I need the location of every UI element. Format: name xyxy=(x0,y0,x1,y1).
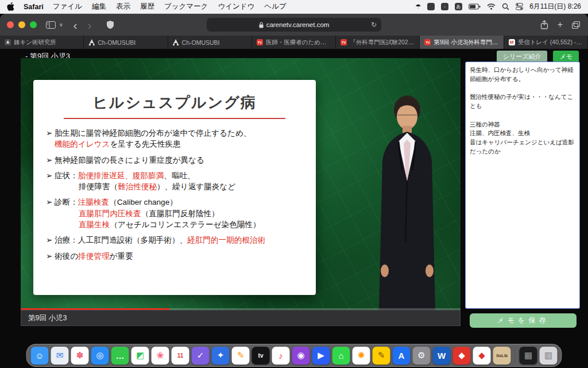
tab-omusubi-1[interactable]: Ch-OMUSUBI xyxy=(84,36,168,49)
dock-maps-icon[interactable]: ◩ xyxy=(131,347,149,365)
tab-overview-icon[interactable] xyxy=(572,21,580,29)
control-center-icon[interactable] xyxy=(516,3,523,10)
dock-tv-plus-icon[interactable]: ▶ xyxy=(312,347,330,365)
safari-toolbar: ∨ ‹ › carenetv.carenet.com ↻ + xyxy=(0,14,588,36)
onigiri-favicon-icon xyxy=(88,39,95,45)
site-a-favicon-icon: A xyxy=(5,39,11,45)
active-app-name[interactable]: Safari xyxy=(24,3,44,11)
back-button[interactable]: ‹ xyxy=(74,19,78,31)
menu-ブックマーク[interactable]: ブックマーク xyxy=(164,2,208,12)
dock-word-icon[interactable]: W xyxy=(433,347,451,365)
dock-music-icon[interactable]: ♪ xyxy=(272,347,290,365)
series-info-button[interactable]: シリーズ紹介 xyxy=(497,51,548,63)
menu-ファイル[interactable]: ファイル xyxy=(53,2,82,12)
menu-履歴[interactable]: 履歴 xyxy=(140,2,154,12)
menu-ウインドウ[interactable]: ウインドウ xyxy=(218,2,254,12)
bullet-severity: ➢無神経節腸管の長さにより重症度が異なる xyxy=(46,155,303,166)
bullet-etiology: ➢胎生期に腸管神経節細胞の分布が途中で停止するため、 機能的イレウスを呈する先天… xyxy=(46,128,303,150)
dock-calendar-icon[interactable]: 11 xyxy=(172,347,189,365)
dock-photos-flower-icon[interactable]: ❀ xyxy=(152,347,169,365)
url-text: carenetv.carenet.com xyxy=(266,21,330,28)
dock-trash-icon[interactable]: ▥ xyxy=(540,347,558,365)
dock-facetime-icon[interactable]: ✦ xyxy=(212,347,230,365)
zoom-button[interactable] xyxy=(30,21,37,28)
dock-separator xyxy=(515,347,516,364)
dock-reminders-icon[interactable]: ✓ xyxy=(192,347,210,365)
slide-title: ヒルシュスプルング病 xyxy=(46,93,303,113)
save-memo-button[interactable]: メモを保存 xyxy=(470,313,577,328)
tab-bar: A 錬キン術研究所 Ch-OMUSUBI Ch-OMUSUBI TV 医師・医療… xyxy=(0,36,588,49)
content-blocker-shield-icon[interactable] xyxy=(107,21,114,29)
gmail-favicon-icon: M xyxy=(509,39,515,45)
dock-mail-icon[interactable]: ✉ xyxy=(51,347,69,365)
tab-carenetv-home[interactable]: TV 医師・医療者のための動画… xyxy=(252,36,336,49)
memo-textarea[interactable]: 発生時、口からおしりへ向かって神経節細胞が分布する。 難治性便秘の子が実は・・・… xyxy=(470,66,577,305)
address-bar[interactable]: carenetv.carenet.com ↻ xyxy=(207,18,381,32)
dock-app-store-icon[interactable]: A xyxy=(393,347,411,365)
menu-表示[interactable]: 表示 xyxy=(116,2,130,12)
presenter-figure xyxy=(364,93,450,310)
new-tab-icon[interactable]: + xyxy=(558,20,563,29)
dock-white-red-app-icon[interactable]: ◆ xyxy=(473,347,491,365)
lock-icon xyxy=(259,22,264,28)
bullet-treatment: ➢治療：人工肛門造設術（多期手術）、経肛門的一期的根治術 xyxy=(46,235,303,246)
menu-extra-icon[interactable] xyxy=(427,3,435,10)
tab-exam-2023[interactable]: TV 『外科専門医試験2023』… xyxy=(336,36,420,49)
menu-extra-icon-2[interactable]: ◦ xyxy=(441,3,448,10)
share-icon[interactable] xyxy=(540,20,548,29)
dock-red-app-icon[interactable]: ◆ xyxy=(453,347,471,365)
apple-menu-icon[interactable] xyxy=(7,2,14,11)
dock-notes-app-icon[interactable]: ✎ xyxy=(232,347,250,365)
bullet-symptoms: ➢症状：胎便排泄遅延、腹部膨満、嘔吐、 排便障害（難治性便秘）、繰り返す腸炎など xyxy=(46,170,303,193)
title-underline xyxy=(64,118,285,119)
menu-ヘルプ[interactable]: ヘルプ xyxy=(264,2,286,12)
lecture-slide: ヒルシュスプルング病 ➢胎生期に腸管神経節細胞の分布が途中で停止するため、 機能… xyxy=(33,80,316,295)
dock-safari-icon[interactable]: ◎ xyxy=(91,347,109,365)
weather-icon[interactable]: ☂ xyxy=(415,3,421,10)
memo-button[interactable]: メモ xyxy=(553,51,579,63)
menubar-status-area: ☂ ◦ あ 6月11日(日) 8:26 xyxy=(415,2,581,12)
toolbar-right: + xyxy=(540,14,580,36)
dock-home-icon[interactable]: ⌂ xyxy=(332,347,350,365)
input-source-icon[interactable]: あ xyxy=(455,3,462,10)
forward-button[interactable]: › xyxy=(88,19,92,31)
memo-panel: 発生時、口からおしりへ向かって神経節細胞が分布する。 難治性便秘の子が実は・・・… xyxy=(465,62,580,309)
safari-window: ∨ ‹ › carenetv.carenet.com ↻ + A 錬キン術研究 xyxy=(0,14,588,368)
dock-finder-icon[interactable]: ☺ xyxy=(31,347,49,365)
window-controls xyxy=(7,21,37,28)
video-player[interactable]: ヒルシュスプルング病 ➢胎生期に腸管神経節細胞の分布が途中で停止するため、 機能… xyxy=(21,58,461,310)
chevron-down-icon[interactable]: ∨ xyxy=(59,22,63,28)
carenetv-favicon-icon: TV xyxy=(424,39,431,45)
minimize-button[interactable] xyxy=(18,21,25,28)
reload-icon[interactable]: ↻ xyxy=(371,21,377,29)
dock-pages-icon[interactable]: ✎ xyxy=(373,347,390,365)
menubar-clock[interactable]: 6月11日(日) 8:26 xyxy=(529,2,581,12)
tab-omusubi-2[interactable]: Ch-OMUSUBI xyxy=(168,36,252,49)
close-button[interactable] xyxy=(7,21,14,28)
bullet-diagnosis: ➢診断：注腸検査（Caliber change） 直腸肛門内圧検査（直腸肛門反射… xyxy=(46,197,303,230)
dock-utility-icon[interactable]: ⚙ xyxy=(413,347,431,365)
slide-bullets: ➢胎生期に腸管神経節細胞の分布が途中で停止するため、 機能的イレウスを呈する先天… xyxy=(46,128,303,262)
dock-photos-app-icon[interactable]: ✽ xyxy=(71,347,89,365)
video-caption-bar: 第9回 小児3 xyxy=(21,310,461,326)
spotlight-search-icon[interactable] xyxy=(502,3,509,10)
menubar: Safari ファイル編集表示履歴ブックマークウインドウヘルプ ☂ ◦ あ 6月… xyxy=(0,0,588,14)
battery-icon[interactable] xyxy=(469,3,481,10)
dock-pinwheel-app-icon[interactable]: ✺ xyxy=(353,347,370,365)
menubar-menus: ファイル編集表示履歴ブックマークウインドウヘルプ xyxy=(53,2,287,12)
menu-編集[interactable]: 編集 xyxy=(92,2,106,12)
sidebar-toggle-icon[interactable] xyxy=(46,21,56,29)
bullet-postop: ➢術後の排便管理が重要 xyxy=(46,251,303,262)
dock-messages-icon[interactable]: … xyxy=(111,347,129,365)
tab-gmail-inbox[interactable]: M 受信トレイ (40,552) - kat… xyxy=(504,36,588,49)
video-caption-text: 第9回 小児3 xyxy=(28,313,67,323)
dock: ☺✉✽◎…◩❀11✓✦✎tv♪◉▶⌂✺✎A⚙W◆◆GoLib▦▥ xyxy=(26,344,562,367)
tab-lecture-active[interactable]: TV 第9回 小児3|外科専門医… xyxy=(420,36,504,49)
dock-apple-tv-icon[interactable]: tv xyxy=(252,347,270,365)
tab-renkin[interactable]: A 錬キン術研究所 xyxy=(0,36,84,49)
wifi-icon[interactable] xyxy=(487,3,496,10)
dock-podcasts-icon[interactable]: ◉ xyxy=(292,347,310,365)
dock-golib-icon[interactable]: GoLib xyxy=(493,347,511,365)
dock-black-box-app-icon[interactable]: ▦ xyxy=(520,347,537,365)
carenetv-favicon-icon: TV xyxy=(341,39,347,45)
